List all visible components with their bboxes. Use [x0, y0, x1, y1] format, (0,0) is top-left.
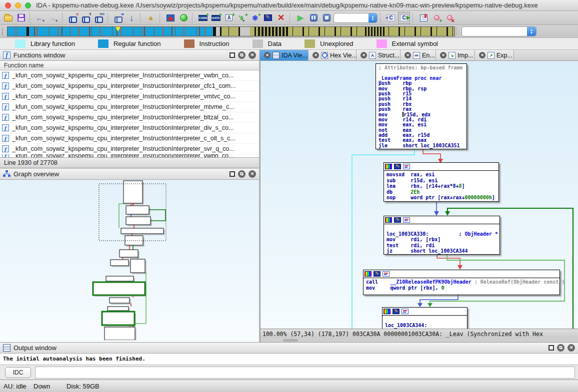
debugger-pause-icon[interactable] [308, 12, 320, 24]
block-group-icon[interactable] [403, 217, 410, 223]
make-string-icon[interactable]: 's+▼ [236, 12, 248, 24]
tab-close-icon[interactable]: ✕ [404, 52, 411, 58]
output-log[interactable]: The initial autoanalysis has been finish… [0, 354, 578, 365]
block-edit-icon[interactable] [394, 164, 401, 169]
debugger-run-icon[interactable]: ▶ [294, 12, 306, 24]
tab-ida-view[interactable]: ✕IDA Vie... [260, 50, 308, 60]
problems-list-icon[interactable] [164, 12, 176, 24]
block-edit-icon[interactable] [374, 271, 380, 277]
navband-grip-icon[interactable] [2, 28, 4, 35]
scrollbar-thumb[interactable] [283, 339, 298, 342]
output-window-header[interactable]: Output window ⧉ ✕ [0, 343, 578, 354]
graph-overview-minimap[interactable] [0, 180, 259, 342]
block-edit-icon[interactable] [392, 309, 400, 314]
panel-minimize-icon[interactable] [230, 171, 235, 177]
function-row[interactable]: f_kfun_com_soywiz_kpspemu_cpu_interprete… [0, 112, 259, 123]
step-into-icon[interactable]: C◂ [385, 12, 397, 24]
tab-imports[interactable]: ✕↘Imp... [436, 50, 475, 60]
toolbar-separator [108, 13, 110, 23]
combo-spinner-icon[interactable]: ▲▼ [368, 13, 377, 22]
panel-float-icon[interactable]: ⧉ [238, 170, 246, 178]
basic-block-loc-1003CA344[interactable]: loc_1003CA344: [382, 307, 468, 329]
panel-close-icon[interactable]: ✕ [568, 344, 575, 352]
open-file-icon[interactable] [2, 12, 14, 24]
search-binary-icon[interactable]: 101 [93, 12, 105, 24]
undefine-icon[interactable]: ✕ [275, 12, 287, 24]
block-color-icon[interactable] [384, 309, 390, 314]
tab-exports[interactable]: ✕↗Exp... [475, 50, 514, 60]
make-code-icon[interactable]: CODE+ [197, 12, 209, 24]
tab-close-icon[interactable]: ✕ [479, 52, 486, 58]
legend-swatch [15, 39, 26, 48]
block-color-icon[interactable] [364, 271, 372, 277]
tab-label: Exp... [496, 52, 512, 59]
tab-close-icon[interactable]: ✕ [440, 52, 446, 58]
function-row[interactable]: f_kfun_com_soywiz_kpspemu_cpu_interprete… [0, 123, 259, 133]
graph-overview-header[interactable]: Graph overview ⧉ ✕ [0, 169, 259, 180]
idc-language-button[interactable]: IDC [5, 367, 31, 378]
debugger-windows-icon[interactable] [418, 12, 430, 24]
block-group-icon[interactable] [382, 271, 390, 277]
navigation-band[interactable] [7, 26, 455, 36]
function-row[interactable]: f_kfun_com_soywiz_kpspemu_cpu_interprete… [0, 70, 259, 81]
tab-close-icon[interactable]: ✕ [312, 52, 319, 58]
basic-block-releaseref[interactable]: call __Z10ReleaseRefPK9ObjHeader ; Relea… [363, 270, 560, 295]
edit-comment-icon[interactable] [262, 12, 274, 24]
navband-current-position-marker[interactable] [116, 27, 120, 31]
save-icon[interactable] [15, 12, 27, 24]
debugger-stop-icon[interactable] [320, 12, 332, 24]
tab-structures[interactable]: ✕AStruct... [356, 50, 400, 60]
command-input[interactable] [35, 367, 575, 379]
combo-spinner-icon[interactable]: ▲▼ [527, 27, 536, 36]
panel-float-icon[interactable]: ⧉ [557, 344, 564, 352]
make-array-icon[interactable]: ✱+ [249, 12, 261, 24]
ida-graph-view[interactable]: ; Attributes: bp-based frame _LeaveFrame… [260, 61, 578, 329]
search-immediate-icon[interactable]: # [67, 12, 79, 24]
block-color-icon[interactable] [385, 164, 392, 169]
panel-minimize-icon[interactable] [548, 345, 554, 351]
panel-close-icon[interactable]: ✕ [248, 51, 256, 59]
panel-float-icon[interactable]: ⧉ [238, 51, 246, 59]
function-row[interactable]: f_kfun_com_soywiz_kpspemu_cpu_interprete… [0, 144, 259, 154]
colorize-lock-icon[interactable]: 🔒︎ [145, 12, 157, 24]
basic-block-2[interactable]: movsxd rax, esisub r15d, esilea rbx, [r1… [384, 162, 499, 202]
legend-item: Regular function [98, 39, 161, 48]
functions-window-header[interactable]: f Functions window ⧉ ✕ [0, 50, 259, 61]
analysis-indicator-icon[interactable] [178, 12, 190, 24]
panel-minimize-icon[interactable] [230, 52, 235, 58]
close-window-button[interactable] [5, 2, 11, 8]
minimize-window-button[interactable] [15, 2, 21, 8]
basic-block-leaveframe[interactable]: ; Attributes: bp-based frame _LeaveFrame… [376, 63, 467, 149]
basic-block-loc-1003CA330[interactable]: loc_1003CA330: ; ObjHeader *mov rdi, [rb… [384, 216, 500, 255]
tab-hex-view[interactable]: ✕Hex Vie... [308, 50, 356, 60]
graph-horizontal-scrollbar[interactable] [260, 339, 578, 342]
tab-enums[interactable]: ✕≔En... [400, 50, 436, 60]
tab-close-icon[interactable]: ✕ [264, 52, 270, 58]
view-tab-bar: ✕IDA Vie... ✕Hex Vie... ✕AStruct... ✕≔En… [260, 50, 578, 61]
function-row[interactable]: f_kfun_com_soywiz_kpspemu_cpu_interprete… [0, 81, 259, 91]
navigate-forward-icon[interactable]: →▼ [48, 12, 60, 24]
jump-address-icon[interactable]: ↓ [126, 12, 138, 24]
make-name-icon[interactable]: A+ [223, 12, 235, 24]
function-row[interactable]: f_kfun_com_soywiz_kpspemu_cpu_interprete… [0, 102, 259, 112]
block-edit-icon[interactable] [394, 217, 401, 223]
zoom-window-button[interactable] [25, 2, 31, 8]
tab-label: Imp... [458, 52, 473, 59]
function-name-column-header[interactable]: Function name [0, 61, 259, 70]
step-over-icon[interactable]: C▶ [398, 12, 410, 24]
navband-zoom-combo[interactable]: ▲▼ [462, 26, 536, 36]
navigate-back-icon[interactable]: ←▼ [34, 12, 46, 24]
debugger-selector-combo[interactable]: ▲▼ [334, 13, 378, 23]
search-text-icon[interactable]: T [80, 12, 92, 24]
breakpoint-delete-icon[interactable]: ✕ [444, 12, 456, 24]
function-row[interactable]: f_kfun_com_soywiz_kpspemu_cpu_interprete… [0, 91, 259, 102]
make-data-icon[interactable]: DATA+ [210, 12, 222, 24]
search-again-icon[interactable]: ➜ [112, 12, 124, 24]
breakpoint-add-icon[interactable]: + [430, 12, 442, 24]
function-row[interactable]: f_kfun_com_soywiz_kpspemu_cpu_interprete… [0, 133, 259, 144]
block-group-icon[interactable] [402, 309, 408, 314]
tab-close-icon[interactable]: ✕ [360, 52, 367, 58]
block-group-icon[interactable] [403, 164, 410, 169]
panel-close-icon[interactable]: ✕ [248, 170, 256, 178]
block-color-icon[interactable] [385, 217, 392, 223]
